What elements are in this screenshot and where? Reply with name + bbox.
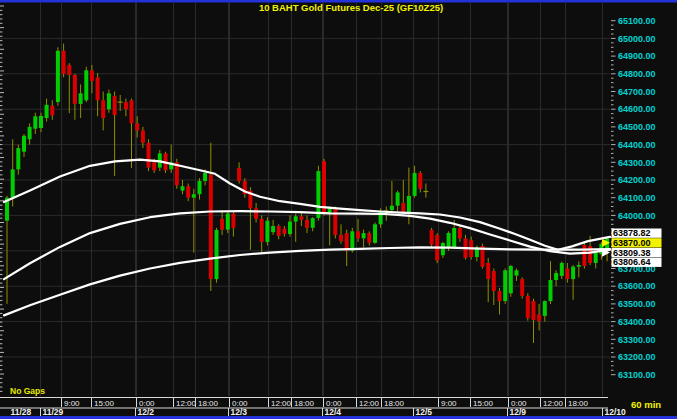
candle-body bbox=[90, 70, 94, 81]
candle-body bbox=[254, 208, 258, 219]
candle-body bbox=[192, 194, 196, 198]
candle-body bbox=[549, 280, 553, 301]
price-axis-label: 64900.00 bbox=[618, 51, 656, 61]
candle-body bbox=[350, 231, 354, 251]
candle-body bbox=[130, 100, 134, 123]
time-label: 9:00 bbox=[441, 399, 457, 408]
date-label: 12/3 bbox=[231, 407, 248, 417]
candle-body bbox=[299, 216, 303, 220]
candle-body bbox=[45, 105, 49, 118]
candle-body bbox=[520, 279, 524, 296]
price-axis-label: 63600.00 bbox=[618, 281, 656, 291]
interval-label: 60 min bbox=[631, 399, 661, 410]
candle-body bbox=[532, 301, 536, 320]
price-flag-value: 63870.00 bbox=[613, 238, 651, 248]
candle-body bbox=[565, 269, 569, 280]
candle-body bbox=[509, 266, 513, 293]
candle-body bbox=[288, 222, 292, 234]
candle-body bbox=[430, 230, 434, 245]
candle-body bbox=[84, 70, 88, 100]
candle-body bbox=[305, 220, 309, 228]
candle-body bbox=[571, 267, 575, 279]
candle-body bbox=[22, 136, 26, 152]
price-axis-label: 64100.00 bbox=[618, 193, 656, 203]
candle-body bbox=[503, 270, 507, 301]
date-label: 11/29 bbox=[43, 407, 64, 417]
candle-body bbox=[135, 123, 139, 130]
chart-layers: 65100.0065000.0064900.0064800.0064700.00… bbox=[0, 0, 677, 419]
candle-body bbox=[50, 106, 54, 116]
price-flag-value: 63806.64 bbox=[613, 257, 651, 267]
time-label: 15:00 bbox=[94, 399, 115, 408]
candle-body bbox=[543, 301, 547, 316]
candle-body bbox=[526, 296, 530, 318]
price-axis-label: 63100.00 bbox=[618, 370, 656, 380]
candle-body bbox=[367, 233, 371, 243]
candle-body bbox=[486, 263, 490, 279]
candle-body bbox=[67, 65, 71, 75]
candle-body bbox=[282, 229, 286, 234]
candle-body bbox=[220, 219, 224, 230]
price-flag-value: 63809.38 bbox=[613, 248, 651, 258]
price-axis-label: 64300.00 bbox=[618, 158, 656, 168]
candle-body bbox=[316, 171, 320, 218]
price-chart[interactable]: 65100.0065000.0064900.0064800.0064700.00… bbox=[0, 0, 677, 419]
candle-body bbox=[203, 173, 207, 181]
candle-body bbox=[577, 265, 581, 267]
candle-body bbox=[39, 116, 43, 128]
candle-body bbox=[594, 253, 598, 263]
candle-body bbox=[96, 77, 100, 100]
candle-body bbox=[56, 51, 60, 102]
candle-body bbox=[311, 218, 315, 228]
price-axis-label: 64600.00 bbox=[618, 104, 656, 114]
time-label: 12:00 bbox=[359, 399, 380, 408]
time-label: 12:00 bbox=[271, 399, 292, 408]
candle-body bbox=[441, 243, 445, 255]
candle-body bbox=[560, 263, 564, 276]
candle-body bbox=[215, 230, 219, 279]
time-label: 12:00 bbox=[176, 399, 197, 408]
candle-body bbox=[407, 196, 411, 214]
date-label: 12/4 bbox=[325, 407, 342, 417]
price-axis-label: 64200.00 bbox=[618, 175, 656, 185]
price-axis-label: 63400.00 bbox=[618, 317, 656, 327]
price-axis-label: 63300.00 bbox=[618, 335, 656, 345]
candle-body bbox=[113, 96, 117, 115]
candle-body bbox=[582, 245, 586, 266]
price-axis-label: 63200.00 bbox=[618, 352, 656, 362]
price-axis-label: 64700.00 bbox=[618, 87, 656, 97]
candle-body bbox=[265, 221, 269, 242]
time-label: 12:00 bbox=[543, 399, 564, 408]
candle-body bbox=[554, 273, 558, 280]
time-label: 15:00 bbox=[473, 399, 494, 408]
candle-body bbox=[33, 116, 37, 128]
candle-body bbox=[362, 233, 366, 238]
date-label: 12/10 bbox=[605, 407, 627, 417]
candle-body bbox=[101, 100, 105, 118]
candle-body bbox=[198, 181, 202, 194]
date-label: 12/9 bbox=[510, 407, 527, 417]
candle-body bbox=[16, 148, 20, 169]
candle-body bbox=[79, 93, 83, 104]
candle-body bbox=[322, 161, 326, 213]
candle-body bbox=[356, 231, 360, 238]
candle-body bbox=[209, 175, 213, 279]
candle-body bbox=[226, 214, 230, 230]
chart-title: 10 BAHT Gold Futures Dec-25 (GF10Z25) bbox=[259, 2, 443, 13]
time-label: 18:00 bbox=[568, 399, 589, 408]
date-label: 12/5 bbox=[416, 407, 433, 417]
candle-body bbox=[11, 169, 15, 197]
candle-body bbox=[458, 228, 462, 238]
no-gaps-label: No Gaps bbox=[10, 386, 45, 396]
candle-body bbox=[373, 224, 377, 243]
candle-body bbox=[537, 315, 541, 322]
candle-body bbox=[418, 173, 422, 189]
price-axis-label: 65000.00 bbox=[618, 34, 656, 44]
candle-body bbox=[28, 127, 32, 139]
candle-body bbox=[152, 162, 156, 170]
candle-body bbox=[271, 226, 275, 232]
candle-body bbox=[277, 226, 281, 236]
candle-body bbox=[260, 219, 264, 242]
price-axis-label: 64000.00 bbox=[618, 211, 656, 221]
time-label: 18:00 bbox=[384, 399, 405, 408]
